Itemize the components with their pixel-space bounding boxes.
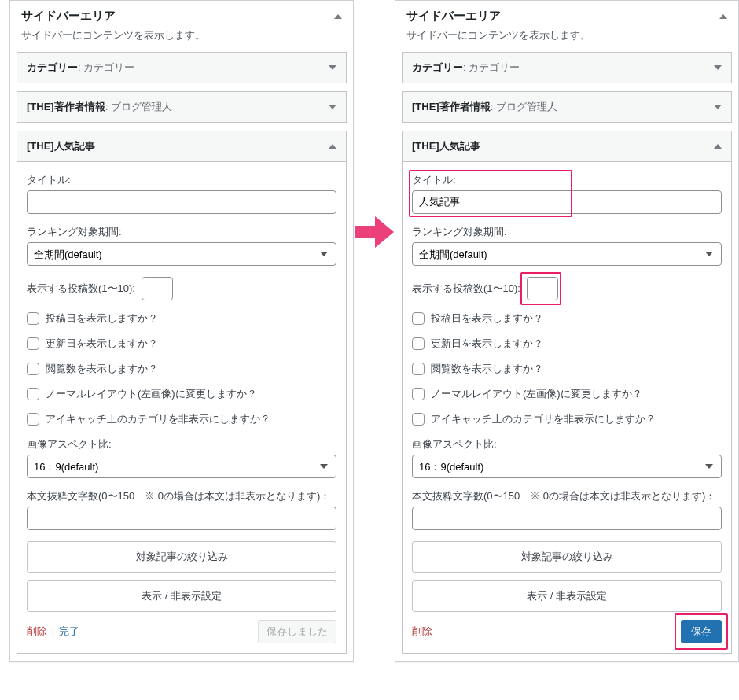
checkbox-date[interactable]: [27, 312, 39, 325]
checkbox-eyecatch-label: アイキャッチ上のカテゴリを非表示にしますか？: [46, 412, 270, 426]
panel-header[interactable]: サイドバーエリア: [395, 1, 738, 25]
period-select[interactable]: 全期間(default): [27, 242, 336, 266]
excerpt-input[interactable]: [412, 507, 722, 530]
panel-title: サイドバーエリア: [21, 9, 116, 24]
checkbox-eyecatch[interactable]: [412, 413, 425, 426]
title-input[interactable]: [412, 190, 722, 214]
widget-author-head[interactable]: [THE]著作者情報: ブログ管理人: [17, 92, 346, 122]
aspect-label: 画像アスペクト比:: [412, 437, 722, 451]
filter-button[interactable]: 対象記事の絞り込み: [27, 541, 336, 573]
widget-author: [THE]著作者情報: ブログ管理人: [17, 91, 347, 123]
excerpt-label: 本文抜粋文字数(0〜150 ※ 0の場合は本文は非表示となります)：: [27, 489, 336, 503]
period-select[interactable]: 全期間(default): [412, 242, 722, 266]
aspect-select[interactable]: 16：9(default): [412, 455, 722, 478]
widget-author-title: [THE]著作者情報: ブログ管理人: [27, 100, 172, 114]
title-input[interactable]: [27, 190, 336, 214]
save-button[interactable]: 保存: [681, 620, 722, 643]
panel-title: サイドバーエリア: [406, 9, 501, 24]
widget-author: [THE]著作者情報: ブログ管理人: [402, 91, 732, 123]
checkbox-update-label: 更新日を表示しますか？: [46, 337, 158, 351]
aspect-label: 画像アスペクト比:: [27, 437, 336, 451]
checkbox-views[interactable]: [412, 363, 425, 375]
widget-popular-title: [THE]人気記事: [27, 139, 95, 153]
checkbox-layout[interactable]: [412, 388, 425, 400]
count-input[interactable]: [142, 277, 173, 300]
title-label: タイトル:: [27, 173, 336, 187]
collapse-icon[interactable]: [334, 14, 342, 19]
widget-popular-body: タイトル: ランキング対象期間: 全期間(default) 表示する投稿数(1〜…: [403, 162, 731, 653]
widget-popular-head[interactable]: [THE]人気記事: [17, 131, 346, 162]
panel-description: サイドバーにコンテンツを表示します。: [395, 25, 738, 52]
checkbox-date-label: 投稿日を表示しますか？: [46, 311, 158, 326]
arrow-icon: [352, 210, 396, 254]
count-label: 表示する投稿数(1〜10):: [27, 282, 135, 296]
widget-popular-body: タイトル: ランキング対象期間: 全期間(default) 表示する投稿数(1〜…: [17, 162, 346, 653]
widget-category: カテゴリー: カテゴリー: [17, 52, 347, 83]
widget-category: カテゴリー: カテゴリー: [402, 52, 732, 83]
excerpt-label: 本文抜粋文字数(0〜150 ※ 0の場合は本文は非表示となります)：: [412, 489, 722, 503]
sidebar-area-panel-before: サイドバーエリア サイドバーにコンテンツを表示します。 カテゴリー: カテゴリー…: [9, 0, 354, 662]
checkbox-eyecatch[interactable]: [27, 413, 39, 426]
chevron-down-icon[interactable]: [714, 65, 722, 70]
visibility-button[interactable]: 表示 / 非表示設定: [412, 580, 722, 612]
widget-category-title: カテゴリー: カテゴリー: [412, 61, 520, 75]
chevron-down-icon[interactable]: [329, 65, 336, 70]
count-label: 表示する投稿数(1〜10):: [412, 282, 520, 296]
widget-actions: 削除 | 完了: [27, 624, 79, 639]
widget-popular-head[interactable]: [THE]人気記事: [403, 131, 731, 162]
chevron-up-icon[interactable]: [714, 144, 722, 149]
panel-header[interactable]: サイドバーエリア: [10, 1, 353, 25]
checkbox-views-label: 閲覧数を表示しますか？: [46, 362, 158, 376]
panel-description: サイドバーにコンテンツを表示します。: [10, 25, 353, 52]
done-link[interactable]: 完了: [59, 625, 79, 637]
count-input[interactable]: [527, 277, 558, 300]
widget-popular: [THE]人気記事 タイトル: ランキング対象期間: 全期間(default) …: [17, 131, 347, 654]
aspect-select[interactable]: 16：9(default): [27, 455, 336, 478]
period-label: ランキング対象期間:: [412, 225, 722, 239]
checkbox-date-label: 投稿日を表示しますか？: [431, 311, 543, 326]
chevron-down-icon[interactable]: [714, 105, 722, 109]
checkbox-layout[interactable]: [27, 388, 39, 400]
checkbox-views-label: 閲覧数を表示しますか？: [431, 362, 543, 376]
checkbox-update[interactable]: [27, 337, 39, 350]
title-label: タイトル:: [412, 173, 722, 187]
delete-link[interactable]: 削除: [412, 625, 432, 637]
visibility-button[interactable]: 表示 / 非表示設定: [27, 580, 336, 612]
widget-popular-title: [THE]人気記事: [412, 139, 480, 153]
checkbox-layout-label: ノーマルレイアウト(左画像)に変更しますか？: [46, 387, 257, 401]
widget-author-title: [THE]著作者情報: ブログ管理人: [412, 100, 557, 114]
filter-button[interactable]: 対象記事の絞り込み: [412, 541, 722, 573]
widget-popular: [THE]人気記事 タイトル: ランキング対象期間: 全期間(default) …: [402, 131, 732, 654]
widget-actions: 削除: [412, 624, 432, 639]
checkbox-layout-label: ノーマルレイアウト(左画像)に変更しますか？: [431, 387, 642, 401]
excerpt-input[interactable]: [27, 507, 336, 530]
checkbox-update[interactable]: [412, 337, 425, 350]
collapse-icon[interactable]: [719, 14, 727, 19]
checkbox-views[interactable]: [27, 363, 39, 375]
sidebar-area-panel-after: サイドバーエリア サイドバーにコンテンツを表示します。 カテゴリー: カテゴリー…: [395, 0, 739, 662]
widget-category-title: カテゴリー: カテゴリー: [27, 61, 134, 75]
period-label: ランキング対象期間:: [27, 225, 336, 239]
delete-link[interactable]: 削除: [27, 625, 47, 637]
widget-category-head[interactable]: カテゴリー: カテゴリー: [403, 53, 731, 83]
chevron-down-icon[interactable]: [329, 105, 336, 109]
chevron-up-icon[interactable]: [329, 144, 336, 149]
checkbox-update-label: 更新日を表示しますか？: [431, 337, 543, 351]
saved-button: 保存しました: [258, 620, 336, 643]
widget-category-head[interactable]: カテゴリー: カテゴリー: [17, 53, 346, 83]
checkbox-date[interactable]: [412, 312, 425, 325]
widget-author-head[interactable]: [THE]著作者情報: ブログ管理人: [403, 92, 731, 122]
checkbox-eyecatch-label: アイキャッチ上のカテゴリを非表示にしますか？: [431, 412, 656, 426]
